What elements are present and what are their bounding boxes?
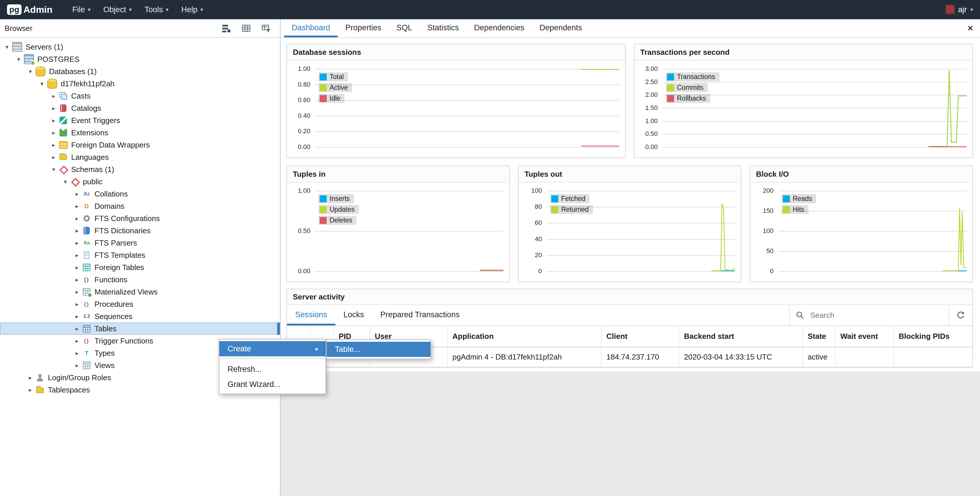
- tab-sql[interactable]: SQL: [389, 19, 420, 37]
- tree-item-foreign-tables[interactable]: ▸Foreign Tables: [0, 261, 280, 273]
- legend-label: Hits: [793, 205, 804, 213]
- chevron-down-icon[interactable]: ▾: [49, 166, 58, 173]
- chevron-right-icon[interactable]: ▸: [72, 264, 82, 271]
- tree-item-domains[interactable]: ▸Domains: [0, 200, 280, 212]
- grid-icon[interactable]: [239, 22, 253, 35]
- tab-dashboard[interactable]: Dashboard: [284, 19, 338, 37]
- chevron-right-icon[interactable]: ▸: [49, 129, 58, 136]
- tree-item-casts[interactable]: ▸Casts: [0, 90, 280, 102]
- tick-label: 0.50: [290, 227, 310, 235]
- chevron-right-icon[interactable]: ▸: [25, 374, 35, 381]
- chevron-right-icon[interactable]: ▸: [72, 191, 82, 197]
- chevron-right-icon[interactable]: ▸: [72, 252, 82, 259]
- column-header-wait-event[interactable]: Wait event: [835, 326, 894, 347]
- menu-tools[interactable]: Tools▾: [138, 1, 174, 18]
- close-panel-icon[interactable]: ×: [967, 22, 973, 34]
- chevron-right-icon[interactable]: ▸: [72, 337, 82, 344]
- legend-item-commits: Commits: [666, 83, 708, 92]
- tree-item-collations[interactable]: ▸Collations: [0, 188, 280, 200]
- tab-dependents[interactable]: Dependents: [532, 19, 590, 37]
- legend-item-deletes: Deletes: [318, 216, 356, 225]
- filter-grid-icon[interactable]: [259, 22, 273, 35]
- tree-item-fts-dictionaries[interactable]: ▸FTS Dictionaries: [0, 224, 280, 237]
- chevron-right-icon[interactable]: ▸: [49, 105, 58, 112]
- tree-item-catalogs[interactable]: ▸Catalogs: [0, 102, 280, 114]
- menu-label: Object: [103, 5, 126, 14]
- menu-file[interactable]: File▾: [67, 1, 97, 18]
- chevron-right-icon[interactable]: ▸: [72, 350, 82, 357]
- refresh-button[interactable]: [948, 305, 972, 326]
- tree-item-languages[interactable]: ▸Languages: [0, 151, 280, 163]
- column-header-backend-start[interactable]: Backend start: [679, 326, 803, 347]
- tree-item-materialized-views[interactable]: ▸Materialized Views: [0, 286, 280, 298]
- server-activity-tab-locks[interactable]: Locks: [336, 305, 372, 326]
- tree-item-label: Servers (1): [25, 43, 68, 52]
- menu-help[interactable]: Help▾: [176, 1, 209, 18]
- fts-parsers-icon: [82, 238, 91, 247]
- column-header-state[interactable]: State: [803, 326, 835, 347]
- tab-properties[interactable]: Properties: [338, 19, 389, 37]
- legend-swatch-icon: [667, 84, 674, 91]
- chevron-right-icon[interactable]: ▸: [49, 117, 58, 124]
- tree-item-fts-templates[interactable]: ▸FTS Templates: [0, 249, 280, 261]
- tree-item-event-triggers[interactable]: ▸Event Triggers: [0, 114, 280, 127]
- tree-item-extensions[interactable]: ▸Extensions: [0, 127, 280, 139]
- chevron-right-icon[interactable]: ▸: [49, 92, 58, 99]
- context-menu-item-refresh[interactable]: Refresh...: [220, 362, 326, 377]
- tree-item-foreign-data-wrappers[interactable]: ▸Foreign Data Wrappers: [0, 139, 280, 151]
- tree-item-sequences[interactable]: ▸Sequences: [0, 310, 280, 323]
- chevron-right-icon[interactable]: ▸: [72, 203, 82, 210]
- chevron-right-icon[interactable]: ▸: [72, 215, 82, 222]
- user-menu[interactable]: ajr ▾: [945, 5, 973, 14]
- chevron-right-icon[interactable]: ▸: [72, 300, 82, 308]
- object-explorer-icon[interactable]: [220, 22, 233, 35]
- tree-item-databases-1[interactable]: ▾Databases (1): [0, 65, 280, 78]
- chevron-right-icon[interactable]: ▸: [72, 288, 82, 296]
- browser-toolbar: [220, 22, 275, 35]
- chevron-right-icon[interactable]: ▸: [25, 386, 35, 393]
- column-header-blocking-pids[interactable]: Blocking PIDs: [894, 326, 972, 347]
- views-icon: [82, 361, 91, 370]
- tab-statistics[interactable]: Statistics: [420, 19, 466, 37]
- tree-item-label: Languages: [71, 153, 113, 162]
- tree-item-label: Procedures: [94, 300, 138, 309]
- tab-dependencies[interactable]: Dependencies: [466, 19, 532, 37]
- chart-title: Block I/O: [750, 166, 972, 183]
- chevron-right-icon[interactable]: ▸: [72, 276, 82, 283]
- chevron-right-icon[interactable]: ▸: [72, 239, 82, 246]
- search-input[interactable]: [809, 310, 943, 321]
- chevron-down-icon[interactable]: ▾: [37, 80, 47, 87]
- tree-item-postgres[interactable]: ▾POSTGRES: [0, 53, 280, 65]
- tree-item-servers-1[interactable]: ▾Servers (1): [0, 41, 280, 53]
- chevron-down-icon[interactable]: ▾: [2, 43, 12, 51]
- chevron-right-icon[interactable]: ▸: [72, 362, 82, 369]
- database-icon: [47, 79, 57, 89]
- chevron-right-icon[interactable]: ▸: [49, 141, 58, 148]
- tree-item-label: Foreign Data Wrappers: [71, 141, 154, 149]
- server-activity-tab-prepared-transactions[interactable]: Prepared Transactions: [372, 305, 468, 326]
- chevron-right-icon[interactable]: ▸: [72, 325, 82, 332]
- tree-item-d17fekh11pf2ah[interactable]: ▾d17fekh11pf2ah: [0, 78, 280, 90]
- menu-object[interactable]: Object▾: [97, 1, 137, 18]
- chevron-down-icon[interactable]: ▾: [14, 56, 23, 63]
- chevron-right-icon[interactable]: ▸: [72, 227, 82, 234]
- tree-item-functions[interactable]: ▸Functions: [0, 273, 280, 286]
- submenu-item-table[interactable]: Table...: [327, 342, 431, 357]
- tree-item-label: Tables: [94, 324, 121, 333]
- server-activity-tab-sessions[interactable]: Sessions: [287, 305, 336, 326]
- chevron-right-icon[interactable]: ▸: [72, 313, 82, 320]
- chevron-right-icon[interactable]: ▸: [49, 154, 58, 161]
- tree-item-fts-configurations[interactable]: ▸FTS Configurations: [0, 212, 280, 224]
- column-header-application[interactable]: Application: [447, 326, 601, 347]
- context-menu-item-grant-wizard[interactable]: Grant Wizard...: [220, 377, 326, 392]
- tree-item-tables[interactable]: ▸Tables: [0, 323, 280, 335]
- tree-item-procedures[interactable]: ▸Procedures: [0, 298, 280, 310]
- chevron-down-icon[interactable]: ▾: [60, 178, 70, 185]
- column-header-client[interactable]: Client: [601, 326, 679, 347]
- context-menu-item-create[interactable]: Create▸: [220, 341, 326, 356]
- tree-item-fts-parsers[interactable]: ▸FTS Parsers: [0, 237, 280, 249]
- chevron-down-icon[interactable]: ▾: [25, 68, 35, 75]
- tree-item-schemas-1[interactable]: ▾Schemas (1): [0, 163, 280, 175]
- tree-item-public[interactable]: ▾public: [0, 175, 280, 188]
- chart-plot: 200150100500ReadsHits: [750, 183, 972, 282]
